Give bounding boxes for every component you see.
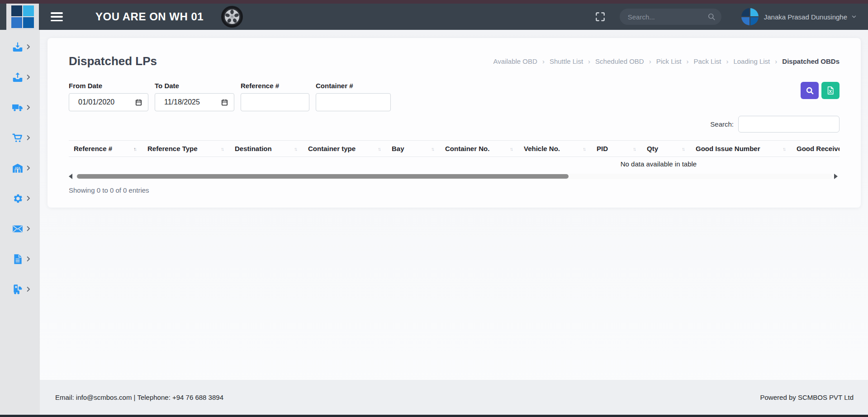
breadcrumb-scheduled-obd[interactable]: Scheduled OBD xyxy=(595,57,656,65)
scrollbar-thumb[interactable] xyxy=(77,174,569,179)
search-icon xyxy=(805,86,815,95)
chevron-right-icon xyxy=(25,286,32,293)
wheel-logo xyxy=(221,5,243,28)
sort-icon[interactable]: ↑↓ xyxy=(431,146,434,152)
sidebar-item-orders[interactable] xyxy=(0,123,40,153)
search-input[interactable] xyxy=(620,9,721,25)
page-title: Dispatched LPs xyxy=(69,54,157,68)
logo-squares-icon xyxy=(11,5,34,28)
calendar-icon[interactable] xyxy=(221,99,228,106)
sidebar-item-reports[interactable] xyxy=(0,244,40,274)
column-header-reference[interactable]: Reference # ↑↓ xyxy=(69,141,142,156)
filter-search-button[interactable] xyxy=(801,82,819,99)
chevron-right-icon xyxy=(25,104,32,111)
chevron-right-icon xyxy=(25,43,32,50)
breadcrumb-pack-list[interactable]: Pack List xyxy=(694,57,734,65)
table-search-input[interactable] xyxy=(738,116,840,133)
sort-icon[interactable]: ↑↓ xyxy=(633,146,636,152)
sidebar-item-warehouse[interactable] xyxy=(0,153,40,183)
breadcrumb-dispatched-obds: Dispatched OBDs xyxy=(782,57,840,65)
sort-icon[interactable]: ↑↓ xyxy=(221,146,223,152)
reference-input[interactable] xyxy=(241,93,309,111)
chevron-down-icon xyxy=(851,14,857,20)
search-icon xyxy=(707,12,716,21)
fullscreen-icon[interactable] xyxy=(594,11,606,23)
truck-icon xyxy=(12,102,24,114)
column-header-container-type[interactable]: Container type ↑↓ xyxy=(303,141,387,156)
column-header-vehicle-no[interactable]: Vehicle No. ↑↓ xyxy=(519,141,592,156)
from-date-label: From Date xyxy=(69,82,148,90)
column-header-destination[interactable]: Destination ↑↓ xyxy=(230,141,303,156)
chevron-right-icon xyxy=(25,256,32,262)
envelope-icon xyxy=(12,223,24,235)
calendar-icon[interactable] xyxy=(135,99,142,106)
warehouse-banner: YOU ARE ON WH 01 xyxy=(95,10,204,23)
empty-table-message: No data available in table xyxy=(69,157,840,171)
breadcrumb-loading-list[interactable]: Loading List xyxy=(733,57,782,65)
to-date-input[interactable]: 11/18/2025 xyxy=(155,93,234,111)
from-date-value: 01/01/2020 xyxy=(78,98,114,106)
user-menu[interactable]: Janaka Prasad Dunusinghe xyxy=(741,8,857,25)
sidebar-item-settings[interactable] xyxy=(0,183,40,213)
warehouse-icon xyxy=(12,162,24,174)
breadcrumb-shuttle-list[interactable]: Shuttle List xyxy=(550,57,595,65)
horizontal-scrollbar[interactable] xyxy=(69,173,840,180)
footer-powered-by: Powered by SCMBOS PVT Ltd xyxy=(760,393,854,401)
container-input[interactable] xyxy=(316,93,391,111)
table-search-label: Search: xyxy=(710,120,734,128)
sidebar-item-messages[interactable] xyxy=(0,213,40,244)
excel-file-icon xyxy=(826,86,835,95)
sort-icon[interactable]: ↑↓ xyxy=(133,146,136,152)
column-header-reference-type[interactable]: Reference Type ↑↓ xyxy=(142,141,230,156)
navbar: YOU ARE ON WH 01 xyxy=(0,4,868,30)
breadcrumb: Available OBD Shuttle List Scheduled OBD… xyxy=(493,57,840,65)
hamburger-menu-icon[interactable] xyxy=(51,12,63,21)
to-date-label: To Date xyxy=(155,82,234,90)
data-table: Reference # ↑↓ Reference Type ↑↓ Destina… xyxy=(69,140,840,171)
footer-contact: Email: info@scmbos.com | Telephone: +94 … xyxy=(55,393,223,401)
chevron-right-icon xyxy=(25,134,32,141)
sort-icon[interactable]: ↑↓ xyxy=(783,146,785,152)
chevron-right-icon xyxy=(25,165,32,171)
footer: Email: info@scmbos.com | Telephone: +94 … xyxy=(40,380,868,415)
sidebar-item-goods-receive[interactable] xyxy=(0,32,40,62)
app-logo[interactable] xyxy=(6,4,39,30)
sidebar-item-equipment[interactable] xyxy=(0,274,40,304)
breadcrumb-available-obd[interactable]: Available OBD xyxy=(493,57,550,65)
sort-icon[interactable]: ↑↓ xyxy=(682,146,684,152)
from-date-input[interactable]: 01/01/2020 xyxy=(69,93,148,111)
bottom-strip xyxy=(0,415,868,417)
top-accent-strip xyxy=(0,0,868,4)
container-label: Container # xyxy=(316,82,391,90)
scroll-left-arrow[interactable] xyxy=(69,173,74,180)
download-tray-icon xyxy=(12,41,24,53)
breadcrumb-pick-list[interactable]: Pick List xyxy=(656,57,694,65)
sidebar-item-transport[interactable] xyxy=(0,92,40,123)
chevron-right-icon xyxy=(25,195,32,202)
reference-label: Reference # xyxy=(241,82,309,90)
column-header-bay[interactable]: Bay ↑↓ xyxy=(387,141,440,156)
document-icon xyxy=(12,253,24,265)
column-header-good-receive[interactable]: Good Receive xyxy=(792,141,840,156)
forklift-icon xyxy=(12,284,24,295)
table-header-row: Reference # ↑↓ Reference Type ↑↓ Destina… xyxy=(69,140,840,157)
sort-icon[interactable]: ↑↓ xyxy=(510,146,512,152)
cart-icon xyxy=(12,132,24,144)
scroll-right-arrow[interactable] xyxy=(834,173,840,180)
dispatched-lps-panel: Dispatched LPs Available OBD Shuttle Lis… xyxy=(47,38,861,208)
sort-icon[interactable]: ↑↓ xyxy=(583,146,585,152)
column-header-container-no[interactable]: Container No. ↑↓ xyxy=(440,141,519,156)
column-header-pid[interactable]: PID ↑↓ xyxy=(592,141,642,156)
column-header-good-issue-number[interactable]: Good Issue Number ↑↓ xyxy=(691,141,792,156)
avatar xyxy=(741,8,759,25)
column-header-qty[interactable]: Qty ↑↓ xyxy=(642,141,691,156)
chevron-right-icon xyxy=(25,74,32,81)
sort-icon[interactable]: ↑↓ xyxy=(378,146,380,152)
scrollbar-track[interactable] xyxy=(76,174,832,179)
export-excel-button[interactable] xyxy=(821,82,840,99)
sidebar xyxy=(0,30,40,415)
upload-tray-icon xyxy=(12,71,24,83)
chevron-right-icon xyxy=(25,225,32,232)
sidebar-item-goods-issue[interactable] xyxy=(0,62,40,92)
sort-icon[interactable]: ↑↓ xyxy=(294,146,297,152)
